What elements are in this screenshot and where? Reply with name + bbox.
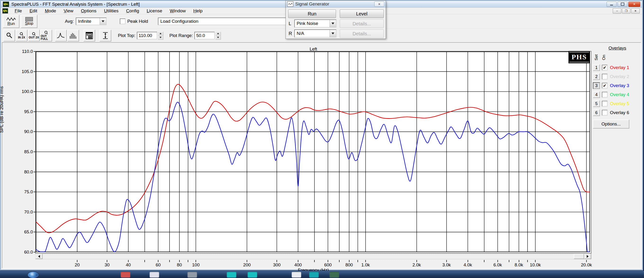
display-settings-button[interactable] [83, 30, 95, 42]
menu-utilities[interactable]: Utilities [100, 8, 122, 14]
scroll-right-button[interactable] [584, 254, 591, 259]
left-signal-dropdown-icon[interactable] [330, 20, 336, 27]
menu-options[interactable]: Options [77, 8, 100, 14]
bar-view-button[interactable] [67, 30, 79, 42]
overlay-on-checkbox-4[interactable] [602, 92, 608, 97]
zoom-out-full-button[interactable]: OUT FULL [40, 30, 52, 42]
x-tick-label: 20 [74, 262, 80, 267]
menu-mode[interactable]: Mode [41, 8, 60, 14]
taskbar-icon-teal-3[interactable] [309, 272, 319, 277]
plot-top-up-icon[interactable] [158, 32, 163, 36]
overlay-on-checkbox-1[interactable]: ✔ [602, 65, 608, 70]
overlay-set-button-4[interactable]: 4 [593, 91, 600, 98]
overlay-set-button-3[interactable]: 3 [593, 82, 600, 89]
plot-top-value: 110.00 [139, 33, 152, 38]
plot-top-down-icon[interactable] [158, 36, 163, 40]
spectrum-view-button[interactable] [55, 30, 67, 42]
signal-generator-close-button[interactable]: ✕ [374, 2, 384, 7]
left-details-button[interactable]: Details... [340, 20, 384, 28]
scrollbar-thumb[interactable] [574, 254, 584, 259]
overlay-on-checkbox-2[interactable] [602, 74, 608, 79]
zoom-in-2x-button[interactable]: IN 2X [16, 30, 28, 42]
zoom-out-2x-button[interactable]: OUT 2X [28, 30, 40, 42]
peak-hold-label: Peak Hold [128, 19, 148, 24]
minimize-icon [610, 5, 613, 6]
plot-range-down-icon[interactable] [215, 36, 221, 40]
arrow-right-icon [587, 255, 588, 258]
taskbar-icon-gray[interactable] [188, 272, 197, 277]
overlay-set-button-2[interactable]: 2 [593, 73, 600, 80]
close-button[interactable]: ✕ [628, 2, 640, 7]
y-axis-title: SPL (dB re 20uPA) rms [0, 86, 4, 133]
plot-range-up-icon[interactable] [215, 32, 221, 36]
mdi-close-button[interactable]: ✕ [631, 8, 640, 14]
left-signal-select[interactable]: Pink Noise [294, 20, 336, 28]
x-tick-label: 8.0k [515, 262, 523, 267]
frequency-scrollbar[interactable] [35, 253, 592, 259]
overlay-row-3: 3✔Overlay 3 [593, 81, 644, 90]
avg-select[interactable]: Infinite [76, 18, 106, 25]
taskbar-icon-teal-1[interactable] [227, 272, 236, 277]
overlay-on-checkbox-5[interactable] [602, 101, 608, 106]
x-tick-label: 6.0k [494, 262, 502, 267]
y-tick-label: 75.0 [14, 189, 33, 195]
menu-edit[interactable]: Edit [26, 8, 41, 14]
overlay-label-3: Overlay 3 [610, 83, 629, 88]
menu-license[interactable]: License [143, 8, 166, 14]
taskbar-icon-media[interactable] [150, 272, 159, 277]
maximize-icon [621, 3, 624, 6]
spectraplus-window: SpectraPLUS - FFT Spectral Analysis Syst… [0, 0, 643, 270]
right-details-button[interactable]: Details... [340, 29, 384, 38]
left-channel-label: L [288, 21, 291, 26]
overlay-on-checkbox-6[interactable] [602, 110, 608, 115]
plot-range-stepper[interactable] [215, 32, 221, 40]
taskbar-icon-teal-2[interactable] [248, 272, 257, 277]
menu-config[interactable]: Config [122, 8, 143, 14]
right-signal-dropdown-icon[interactable] [330, 30, 336, 37]
right-signal-select[interactable]: N/A [294, 29, 336, 38]
zoom-out-2x-label: OUT 2X [29, 36, 39, 39]
scroll-left-button[interactable] [36, 254, 42, 259]
overlay-label-5: Overlay 5 [610, 101, 629, 106]
peak-hold-checkbox[interactable] [120, 19, 126, 24]
overlays-options-label: Options... [602, 121, 620, 127]
x-tick-label: 100 [192, 262, 200, 267]
zoom-button[interactable] [3, 30, 15, 42]
magnifier-small-icon [32, 32, 36, 36]
taskbar-icon-window[interactable] [292, 272, 301, 277]
plot-top-input[interactable]: 110.00 [137, 32, 157, 39]
generator-run-button[interactable]: Run [288, 10, 336, 18]
plot-range-input[interactable]: 50.0 [194, 32, 215, 39]
dialog-settings-icon [86, 32, 93, 39]
overlay-set-button-5[interactable]: 5 [593, 100, 600, 107]
taskbar-icon-green[interactable] [330, 272, 339, 277]
spectrum-window: Left SPL (dB re 20uPA) rms 110.0105.0100… [2, 42, 641, 268]
left-details-label: Details... [352, 21, 371, 27]
overlay-on-checkbox-3[interactable]: ✔ [602, 83, 608, 88]
overlays-options-button[interactable]: Options... [593, 119, 629, 128]
menu-help[interactable]: Help [190, 8, 206, 14]
mdi-minimize-button[interactable]: – [613, 8, 621, 14]
generator-level-button[interactable]: Level [340, 10, 384, 18]
avg-value: Infinite [76, 19, 100, 24]
minimize-button[interactable] [606, 2, 616, 7]
start-button[interactable] [28, 271, 39, 278]
avg-dropdown-icon[interactable] [100, 18, 106, 25]
x-tick-label: 400 [294, 262, 302, 267]
menu-file[interactable]: File [11, 8, 26, 14]
stop-button[interactable]: Stop [21, 15, 38, 28]
maximize-button[interactable] [618, 2, 628, 7]
overlay-set-button-6[interactable]: 6 [593, 109, 600, 116]
run-button[interactable]: Run [3, 15, 20, 28]
taskbar-icon-red[interactable] [121, 272, 130, 277]
menu-window[interactable]: Window [166, 8, 190, 14]
signal-generator-titlebar[interactable]: Signal Generator ✕ [286, 1, 386, 8]
mdi-restore-button[interactable]: ❐ [622, 8, 630, 14]
plot-area[interactable] [35, 51, 592, 253]
scrollbar-track[interactable] [42, 254, 574, 259]
amplitude-scale-button[interactable] [100, 30, 111, 42]
overlay-set-button-1[interactable]: 1 [593, 64, 600, 71]
left-signal-value: Pink Noise [295, 21, 330, 26]
menu-view[interactable]: View [60, 8, 77, 14]
plot-top-stepper[interactable] [158, 32, 163, 40]
